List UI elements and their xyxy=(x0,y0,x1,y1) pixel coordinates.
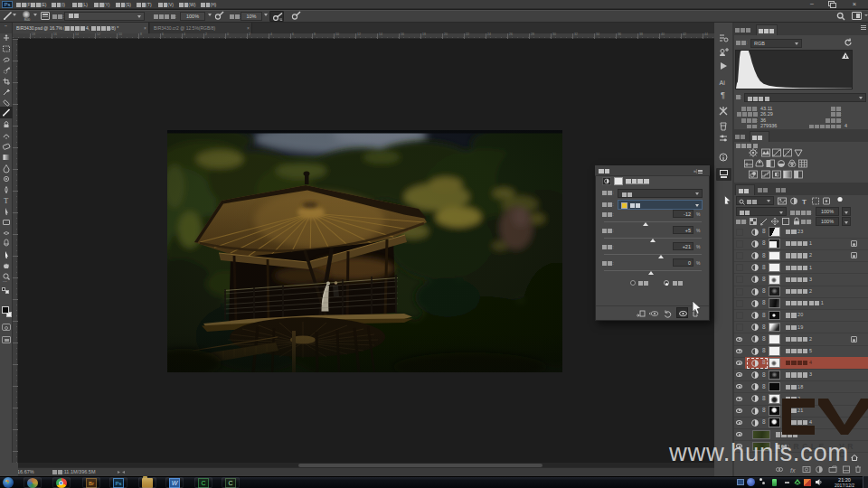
svg-text:fx: fx xyxy=(790,467,796,474)
svg-text:T: T xyxy=(802,197,807,205)
svg-text:T: T xyxy=(4,197,8,205)
svg-text:¶: ¶ xyxy=(721,90,725,99)
svg-text:Ai: Ai xyxy=(720,80,726,86)
